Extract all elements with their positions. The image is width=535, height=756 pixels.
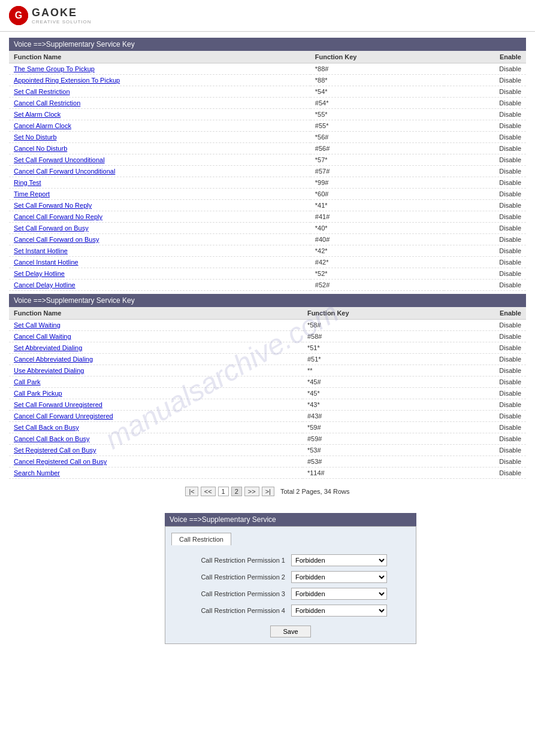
table-row: Cancel Abbreviated Dialing #51* Disable [9,354,526,365]
function-name-cell: Search Number [9,467,303,479]
logo-subtitle: CREATIVE SOLUTION [32,19,92,25]
enable-cell: Disable [441,467,526,479]
enable-cell: Disable [444,120,526,132]
pagination: |< << 1 2 >> >| Total 2 Pages, 34 Rows [9,482,526,501]
function-name-link[interactable]: Appointed Ring Extension To Pickup [14,77,120,84]
function-name-link[interactable]: Cancel Instant Hotline [14,259,78,266]
table-row: Cancel Instant Hotline #42* Disable [9,257,526,268]
function-name-link[interactable]: Ring Test [14,179,41,186]
function-name-cell: Set Call Back on Busy [9,422,303,433]
enable-cell: Disable [444,109,526,120]
pagination-prev[interactable]: << [201,487,216,496]
tab-call-restriction[interactable]: Call Restriction [171,533,231,545]
form-select-2[interactable]: ForbiddenLocalNationalInternational [291,571,387,583]
function-name-link[interactable]: Call Park [14,378,41,385]
table-row: Set Call Forward on Busy *40* Disable [9,223,526,234]
svg-text:G: G [15,10,22,20]
function-key-cell: #43# [303,411,441,422]
function-name-link[interactable]: Cancel Call Forward Unconditional [14,168,115,175]
enable-cell: Disable [441,320,526,331]
function-key-cell: *58# [303,320,441,331]
enable-cell: Disable [441,388,526,399]
table-row: Set Call Forward Unregistered *43* Disab… [9,399,526,411]
function-name-link[interactable]: Call Park Pickup [14,390,62,397]
enable-cell: Disable [444,268,526,280]
enable-cell: Disable [441,433,526,445]
function-name-link[interactable]: Cancel Call Waiting [14,333,71,340]
enable-cell: Disable [441,331,526,342]
function-name-link[interactable]: Cancel Alarm Clock [14,122,71,129]
table2-section-header: Voice ==>Supplementary Service Key [9,294,526,307]
function-name-link[interactable]: Set Call Back on Busy [14,424,79,431]
function-key-cell: *42* [310,245,444,257]
tab-bar: Call Restriction [171,533,410,545]
enable-cell: Disable [444,154,526,166]
function-name-link[interactable]: Set No Disturb [14,133,57,141]
enable-cell: Disable [444,132,526,143]
function-key-cell: ** [303,365,441,377]
function-name-link[interactable]: Cancel Call Forward No Reply [14,213,102,220]
table-row: Cancel Delay Hotline #52# Disable [9,280,526,291]
function-name-link[interactable]: Set Instant Hotline [14,247,68,254]
form-select-4[interactable]: ForbiddenLocalNationalInternational [291,605,387,617]
function-name-cell: Set Call Waiting [9,320,303,331]
form-select-1[interactable]: ForbiddenLocalNationalInternational [291,554,387,566]
function-name-link[interactable]: Set Call Forward Unregistered [14,401,102,408]
function-key-cell: *45# [303,377,441,388]
table-row: The Same Group To Pickup *88# Disable [9,63,526,75]
function-name-link[interactable]: Cancel Registered Call on Busy [14,458,107,465]
function-key-cell: *41* [310,200,444,211]
function-name-link[interactable]: Set Call Waiting [14,321,61,329]
function-name-link[interactable]: Set Call Forward Unconditional [14,156,105,163]
function-name-link[interactable]: Cancel Call Forward on Busy [14,236,99,243]
function-name-link[interactable]: Cancel Call Restriction [14,99,80,107]
table-row: Time Report *60# Disable [9,189,526,200]
bottom-section: Voice ==>Supplementary Service Call Rest… [165,513,416,644]
form-select-3[interactable]: ForbiddenLocalNationalInternational [291,588,387,600]
pagination-last[interactable]: >| [262,487,274,496]
logo-icon: G [9,6,28,25]
enable-cell: Disable [444,189,526,200]
function-key-cell: *52* [310,268,444,280]
function-key-cell: *114# [303,467,441,479]
function-key-cell: *45* [303,388,441,399]
function-name-link[interactable]: Set Call Restriction [14,88,70,95]
function-name-link[interactable]: Time Report [14,190,50,198]
table-row: Set Call Forward Unconditional *57* Disa… [9,154,526,166]
function-name-link[interactable]: Search Number [14,469,60,476]
pagination-first[interactable]: |< [185,487,198,496]
function-name-link[interactable]: Set Call Forward No Reply [14,202,92,209]
function-name-cell: Cancel Call Forward Unconditional [9,166,310,177]
function-name-cell: Cancel Delay Hotline [9,280,310,291]
table1-col-function-name: Function Name [9,51,310,63]
function-name-link[interactable]: Cancel No Disturb [14,145,67,152]
function-name-link[interactable]: Set Alarm Clock [14,111,61,118]
function-name-link[interactable]: Set Delay Hotline [14,270,65,277]
save-button[interactable]: Save [270,626,310,637]
enable-cell: Disable [444,245,526,257]
function-name-link[interactable]: Cancel Abbreviated Dialing [14,356,93,363]
table1-col-enable: Enable [444,51,526,63]
function-key-cell: #51* [303,354,441,365]
function-name-link[interactable]: Set Call Forward on Busy [14,224,89,232]
function-name-link[interactable]: Set Registered Call on Busy [14,447,96,454]
function-name-link[interactable]: The Same Group To Pickup [14,65,95,72]
function-name-link[interactable]: Cancel Call Forward Unregistered [14,412,113,420]
function-name-cell: Cancel Call Forward Unregistered [9,411,303,422]
function-key-cell: *59# [303,422,441,433]
table-row: Set Call Back on Busy *59# Disable [9,422,526,433]
pagination-page2[interactable]: 2 [231,487,242,496]
logo-name: GAOKE [32,7,92,19]
function-name-link[interactable]: Cancel Delay Hotline [14,281,75,289]
main-content: Voice ==>Supplementary Service Key Funct… [0,32,535,650]
function-name-cell: Set Alarm Clock [9,109,310,120]
table-row: Cancel No Disturb #56# Disable [9,143,526,154]
pagination-next[interactable]: >> [244,487,259,496]
pagination-page1[interactable]: 1 [218,487,229,496]
function-name-cell: Cancel Instant Hotline [9,257,310,268]
function-name-link[interactable]: Use Abbreviated Dialing [14,367,84,374]
function-name-cell: Use Abbreviated Dialing [9,365,303,377]
table2-col-function-key: Function Key [303,307,441,320]
function-name-link[interactable]: Cancel Call Back on Busy [14,435,90,442]
function-name-link[interactable]: Set Abbreviated Dialing [14,344,82,351]
